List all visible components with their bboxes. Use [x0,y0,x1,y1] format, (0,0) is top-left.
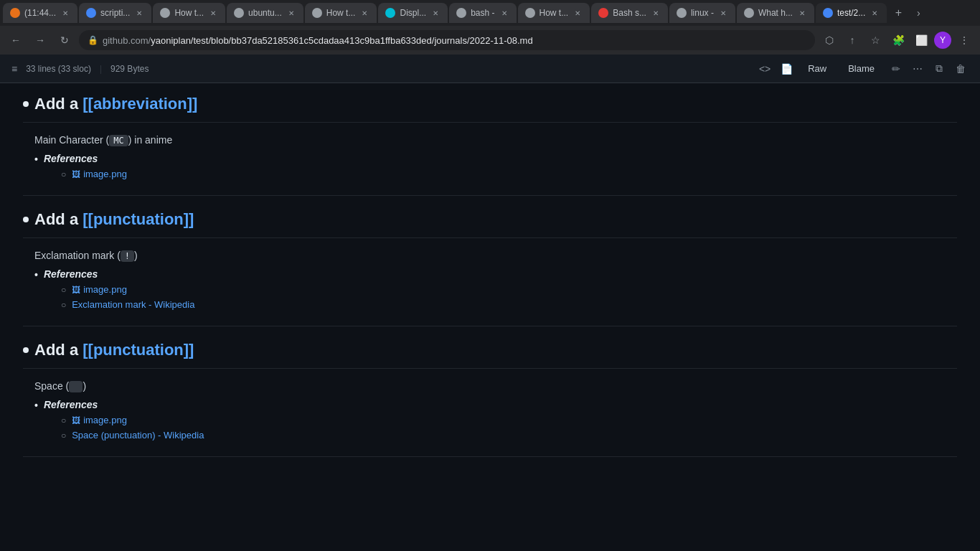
tab-close-10[interactable]: ✕ [718,8,728,18]
image-link-2[interactable]: image.png [72,284,127,295]
sub-list-1: ○ image.png [44,169,127,179]
url-path: yaoniplan/test/blob/bb37da52185361c5cdad… [151,35,532,46]
tab-close-2[interactable]: ✕ [134,8,144,18]
url-text: github.com/yaoniplan/test/blob/bb37da521… [103,35,806,46]
extensions-icon[interactable]: 🧩 [888,30,908,50]
tab-label-6: Displ... [400,8,426,18]
share-icon[interactable]: ↑ [842,30,862,50]
tab-8[interactable]: How t... ✕ [518,3,590,23]
tab-2[interactable]: scripti... ✕ [79,3,151,23]
tab-close-5[interactable]: ✕ [359,8,369,18]
tab-scroll-arrow[interactable]: › [910,4,927,22]
tab-12[interactable]: test/2... ✕ [816,3,887,23]
sidebar-icon[interactable]: ⬜ [911,30,931,50]
security-icon: 🔒 [88,35,98,45]
section-abbreviation-header: Add a [[abbreviation]] [23,95,957,123]
tab-close-11[interactable]: ✕ [797,8,807,18]
sub-bullet-2a: ○ [61,285,66,295]
tab-5[interactable]: How t... ✕ [305,3,377,23]
wikilink-abbreviation[interactable]: [[abbreviation]] [83,95,197,113]
tab-10[interactable]: linux - ✕ [669,3,735,23]
tab-favicon-1 [10,8,20,18]
wikipedia-link-space[interactable]: Space (punctuation) - Wikipedia [72,430,204,441]
tab-label-12: test/2... [837,8,865,18]
references-container-2: References ○ image.png ○ Exclamation mar… [44,268,194,314]
tab-7[interactable]: bash - ✕ [449,3,516,23]
tab-favicon-6 [385,8,395,18]
tab-label-8: How t... [540,8,569,18]
section-body-2: Exclamation mark (!) • References ○ imag… [23,250,957,314]
separator: | [100,64,102,74]
bullet-dot-1: • [34,154,38,165]
tab-9[interactable]: Bash s... ✕ [591,3,668,23]
divider-3 [23,456,957,457]
references-container-1: References ○ image.png [44,153,127,184]
tab-3[interactable]: How t... ✕ [153,3,225,23]
tab-1[interactable]: (11:44... ✕ [3,3,77,23]
refresh-button[interactable]: ↻ [55,30,75,50]
bullet-list-3: • References ○ image.png ○ Space (punctu… [34,399,957,445]
file-view-icon[interactable]: 📄 [778,61,794,77]
menu-icon[interactable]: ⋮ [954,30,974,50]
profile-icon[interactable]: Y [934,32,951,49]
section-title-2: Add a [[punctuation]] [34,210,194,229]
tab-11[interactable]: What h... ✕ [737,3,814,23]
sub-bullet-3b: ○ [61,430,66,441]
sub-item-image-2: ○ image.png [61,284,194,295]
references-label-1: References [44,153,98,164]
references-label-3: References [44,399,98,410]
wikipedia-link-exclamation[interactable]: Exclamation mark - Wikipedia [72,299,194,310]
tab-close-12[interactable]: ✕ [870,8,880,18]
delete-icon[interactable]: 🗑 [953,61,969,77]
bullet-dot-3: • [34,400,38,411]
image-link-1[interactable]: image.png [72,169,127,179]
file-size: 929 Bytes [110,64,149,74]
lines-count: 33 lines (33 sloc) [26,64,91,74]
sub-bullet-1: ○ [61,169,66,179]
tab-bar: (11:44... ✕ scripti... ✕ How t... ✕ ubun… [0,0,980,26]
list-item-references-1: • References ○ image.png [34,153,957,184]
tab-favicon-5 [312,8,322,18]
tab-6[interactable]: Displ... ✕ [378,3,448,23]
tab-favicon-2 [86,8,96,18]
wikilink-punctuation-1[interactable]: [[punctuation]] [83,210,194,228]
code-view-icon[interactable]: <> [757,61,773,77]
tab-close-9[interactable]: ✕ [651,8,661,18]
tab-close-8[interactable]: ✕ [573,8,583,18]
tab-close-3[interactable]: ✕ [208,8,218,18]
file-info-bar: ≡ 33 lines (33 sloc) | 929 Bytes <> 📄 Ra… [0,55,980,83]
bookmark-icon[interactable]: ☆ [865,30,885,50]
tab-4[interactable]: ubuntu... ✕ [227,3,303,23]
sub-bullet-2b: ○ [61,300,66,310]
references-container-3: References ○ image.png ○ Space (punctuat… [44,399,204,445]
edit-icon[interactable]: ✏ [888,61,904,77]
section-punctuation-1-header: Add a [[punctuation]] [23,210,957,238]
image-link-3[interactable]: image.png [72,415,127,425]
tab-close-1[interactable]: ✕ [60,8,70,18]
translate-icon[interactable]: ⬡ [819,30,839,50]
blame-button[interactable]: Blame [840,60,882,77]
section-bullet-3 [23,347,29,353]
tab-close-4[interactable]: ✕ [286,8,296,18]
sub-bullet-3a: ○ [61,415,66,425]
tab-close-7[interactable]: ✕ [499,8,509,18]
back-button[interactable]: ← [6,30,26,50]
tab-label-2: scripti... [100,8,130,18]
browser-chrome: (11:44... ✕ scripti... ✕ How t... ✕ ubun… [0,0,980,55]
forward-button[interactable]: → [30,30,50,50]
copy-icon[interactable]: ⧉ [931,61,947,77]
more-icon[interactable]: ⋯ [910,61,925,77]
section-punctuation-1: Add a [[punctuation]] Exclamation mark (… [23,210,957,314]
divider-2 [23,326,957,326]
new-tab-button[interactable]: + [888,3,908,23]
wikilink-punctuation-2[interactable]: [[punctuation]] [83,341,194,359]
raw-button[interactable]: Raw [800,60,834,77]
list-icon: ≡ [11,63,17,75]
url-bar[interactable]: 🔒 github.com/yaoniplan/test/blob/bb37da5… [79,30,815,50]
list-item-references-3: • References ○ image.png ○ Space (punctu… [34,399,957,445]
divider-1 [23,195,957,196]
file-actions: <> 📄 Raw Blame ✏ ⋯ ⧉ 🗑 [757,60,969,77]
tab-favicon-11 [744,8,754,18]
inline-code-mc: MC [109,135,128,146]
tab-close-6[interactable]: ✕ [430,8,440,18]
